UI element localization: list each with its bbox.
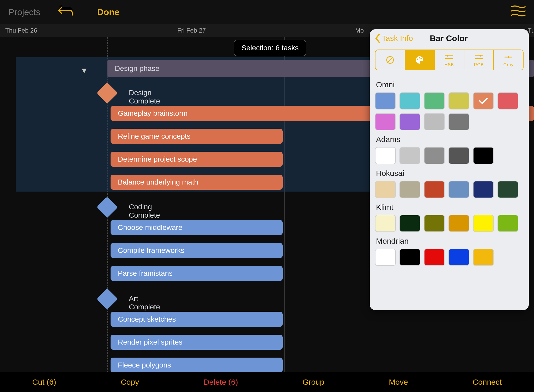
color-swatch[interactable] xyxy=(473,249,494,266)
mode-palette[interactable] xyxy=(405,50,435,70)
color-swatch[interactable] xyxy=(497,181,518,198)
color-swatch[interactable] xyxy=(375,113,396,130)
task-bar-choose-middleware[interactable]: Choose middleware xyxy=(111,220,283,235)
color-mode-segmented: HSB RGB Gray xyxy=(375,50,524,70)
palette-title: Hokusai xyxy=(376,169,523,178)
svg-point-2 xyxy=(417,59,418,60)
task-bar-parse-framistans[interactable]: Parse framistans xyxy=(111,266,283,281)
done-button[interactable]: Done xyxy=(97,7,119,17)
task-label: Design phase xyxy=(115,64,159,73)
svg-line-1 xyxy=(387,57,393,63)
color-swatch[interactable] xyxy=(375,181,396,198)
color-swatch[interactable] xyxy=(424,215,445,232)
milestone-label: Coding Complete xyxy=(129,203,160,219)
color-swatch[interactable] xyxy=(473,181,494,198)
color-swatch[interactable] xyxy=(448,92,469,109)
date-label: Thu Feb 26 xyxy=(5,27,37,34)
color-swatch[interactable] xyxy=(424,249,445,266)
none-icon xyxy=(386,56,395,64)
color-swatch[interactable] xyxy=(399,92,420,109)
milestone-label: Art Complete xyxy=(129,295,160,311)
color-swatch[interactable] xyxy=(448,249,469,266)
projects-button[interactable]: Projects xyxy=(8,7,40,17)
milestone-label: Design Complete xyxy=(129,89,160,105)
date-label: Fri Feb 27 xyxy=(177,27,206,34)
color-swatch[interactable] xyxy=(448,181,469,198)
move-button[interactable]: Move xyxy=(389,378,408,387)
swatch-grid xyxy=(375,215,524,232)
color-swatch[interactable] xyxy=(399,147,420,164)
date-label: Tu xyxy=(528,27,534,34)
cut-button[interactable]: Cut (6) xyxy=(32,378,56,387)
color-swatch[interactable] xyxy=(399,181,420,198)
color-swatch[interactable] xyxy=(424,181,445,198)
top-toolbar: Projects Done xyxy=(0,0,534,24)
task-label: Determine project scope xyxy=(118,155,197,163)
date-label: Mo xyxy=(355,27,364,34)
task-bar-compile-frameworks[interactable]: Compile frameworks xyxy=(111,243,283,258)
task-label: Parse framistans xyxy=(118,269,173,278)
color-swatch[interactable] xyxy=(448,215,469,232)
undo-button[interactable] xyxy=(57,5,74,19)
svg-point-6 xyxy=(447,55,448,57)
color-swatch[interactable] xyxy=(375,215,396,232)
color-swatch[interactable] xyxy=(448,113,469,130)
task-bar-fleece-polygons[interactable]: Fleece polygons xyxy=(111,358,283,373)
task-label: Fleece polygons xyxy=(118,361,171,369)
mode-gray[interactable]: Gray xyxy=(494,50,523,70)
copy-button[interactable]: Copy xyxy=(121,378,139,387)
task-bar-render-sprites[interactable]: Render pixel sprites xyxy=(111,335,283,350)
design-group-bg xyxy=(16,57,375,192)
slider-icon xyxy=(504,53,513,62)
task-label: Refine game concepts xyxy=(118,132,191,140)
color-swatch[interactable] xyxy=(448,147,469,164)
group-button[interactable]: Group xyxy=(302,378,324,387)
sliders-icon xyxy=(445,53,454,62)
milestone-art-complete[interactable] xyxy=(96,288,118,310)
color-swatch[interactable] xyxy=(375,92,396,109)
color-swatch[interactable] xyxy=(497,92,518,109)
task-label: Gameplay brainstorm xyxy=(118,109,188,118)
menu-lines-icon xyxy=(511,5,526,17)
svg-point-4 xyxy=(421,58,422,59)
milestone-coding-complete[interactable] xyxy=(96,197,118,218)
mode-hsb[interactable]: HSB xyxy=(435,50,464,70)
color-swatch[interactable] xyxy=(424,147,445,164)
task-bar-balance-math[interactable]: Balance underlying math xyxy=(111,175,283,190)
swatch-grid xyxy=(375,147,524,164)
color-swatch[interactable] xyxy=(473,147,494,164)
connect-button[interactable]: Connect xyxy=(472,378,502,387)
menu-button[interactable] xyxy=(511,5,526,19)
color-swatch[interactable] xyxy=(399,215,420,232)
color-swatch[interactable] xyxy=(424,92,445,109)
swatch-grid xyxy=(375,92,524,130)
color-swatch[interactable] xyxy=(375,249,396,266)
task-label: Render pixel sprites xyxy=(118,338,182,346)
swatch-grid xyxy=(375,181,524,198)
svg-point-14 xyxy=(508,56,509,58)
color-swatch[interactable] xyxy=(473,92,494,109)
check-icon xyxy=(479,97,488,105)
color-swatch[interactable] xyxy=(424,113,445,130)
color-swatch[interactable] xyxy=(375,147,396,164)
palette-list[interactable]: OmniAdamsHokusaiKlimtMondrian xyxy=(370,75,529,308)
color-swatch[interactable] xyxy=(473,215,494,232)
mode-none[interactable] xyxy=(375,50,405,70)
selection-hint: Selection: 6 tasks xyxy=(234,40,306,56)
mode-label: HSB xyxy=(445,63,454,67)
disclosure-triangle[interactable]: ▼ xyxy=(80,66,88,75)
delete-button[interactable]: Delete (6) xyxy=(204,378,238,387)
task-label: Choose middleware xyxy=(118,223,182,232)
task-label: Balance underlying math xyxy=(118,178,198,186)
task-bar-determine-scope[interactable]: Determine project scope xyxy=(111,152,283,167)
task-bar-concept-sketches[interactable]: Concept sketches xyxy=(111,312,283,327)
svg-point-3 xyxy=(419,57,420,59)
color-swatch[interactable] xyxy=(399,249,420,266)
mode-rgb[interactable]: RGB xyxy=(464,50,494,70)
task-label: Concept sketches xyxy=(118,315,176,323)
palette-title: Klimt xyxy=(376,203,523,212)
task-bar-refine-concepts[interactable]: Refine game concepts xyxy=(111,129,283,144)
svg-point-8 xyxy=(450,58,452,59)
color-swatch[interactable] xyxy=(399,113,420,130)
color-swatch[interactable] xyxy=(497,215,518,232)
